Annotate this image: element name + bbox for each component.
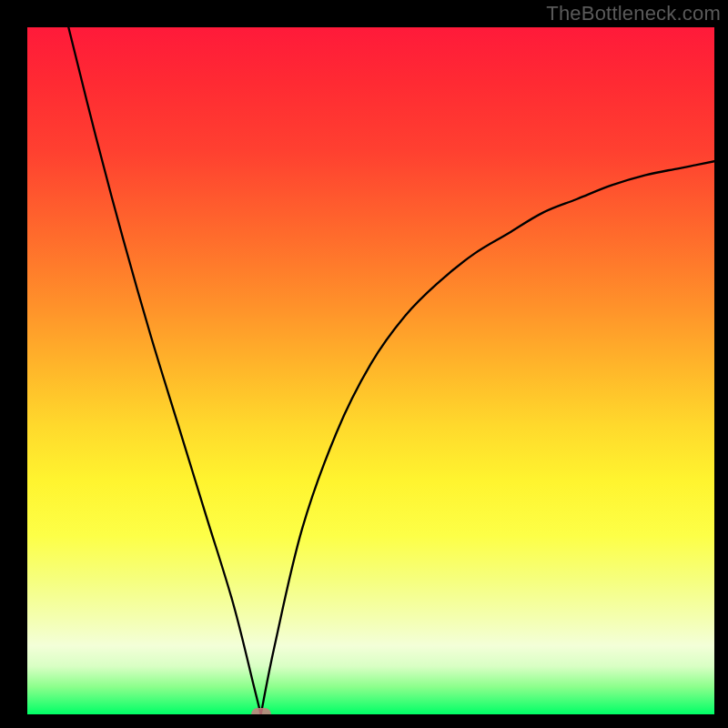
watermark-text: TheBottleneck.com — [546, 2, 721, 25]
plot-area — [27, 27, 714, 714]
curve-svg — [27, 27, 714, 714]
left-branch-path — [68, 27, 260, 714]
vertex-marker — [251, 708, 271, 714]
chart-frame: TheBottleneck.com — [0, 0, 728, 728]
right-branch-path — [261, 161, 714, 714]
